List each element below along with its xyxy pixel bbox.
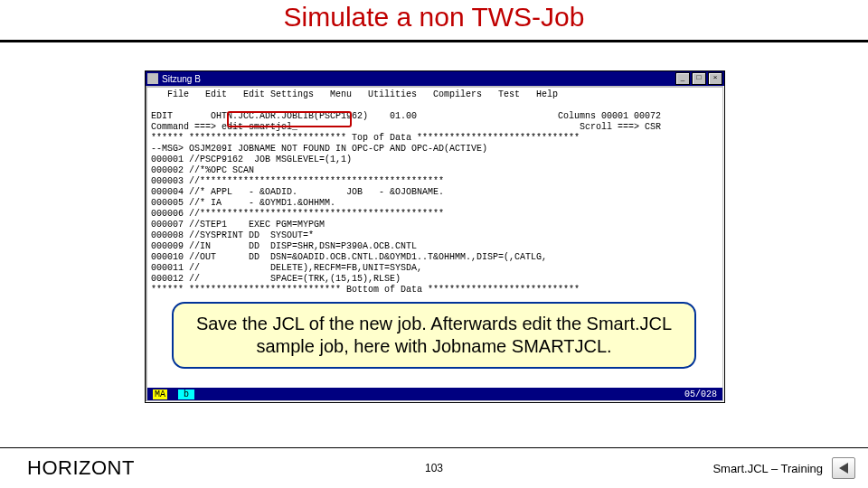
instruction-callout: Save the JCL of the new job. Afterwards … [172, 302, 696, 369]
status-left-2: b [178, 389, 194, 399]
window-titlebar: Sitzung B _ □ × [146, 71, 724, 86]
window-caption: Sitzung B [162, 74, 674, 84]
status-right: 05/028 [684, 389, 717, 399]
slide-title: Simulate a non TWS-Job [0, 2, 868, 33]
title-divider [0, 40, 868, 42]
prev-slide-button[interactable] [832, 457, 855, 479]
terminal-text: File Edit Edit Settings Menu Utilities C… [151, 89, 719, 296]
close-button[interactable]: × [708, 72, 722, 85]
maximize-button[interactable]: □ [692, 72, 706, 85]
terminal-statusbar: MA b 05/028 [147, 388, 722, 400]
slide-footer: HORIZONT 103 Smart.JCL – Training [0, 447, 868, 488]
status-left-1: MA [153, 389, 167, 399]
course-name: Smart.JCL – Training [712, 462, 823, 475]
minimize-button[interactable]: _ [675, 72, 690, 85]
system-menu-icon[interactable] [147, 73, 158, 84]
